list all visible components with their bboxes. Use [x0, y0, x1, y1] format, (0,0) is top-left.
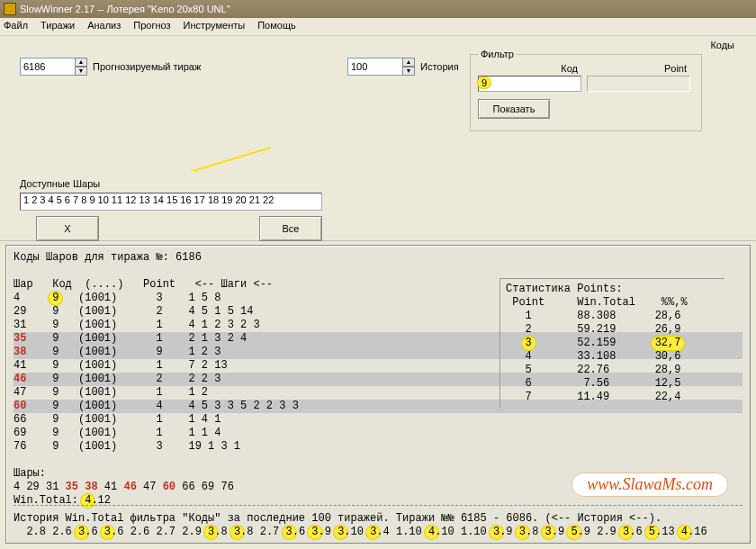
history-input[interactable]: 100	[347, 58, 403, 76]
website-badge: www.SlawaMs.com	[572, 472, 728, 497]
history-spinner[interactable]: ▲▼	[402, 58, 415, 76]
stats-title: Статистика Points:	[506, 283, 719, 296]
stats-row: 4 33.108 30,6	[506, 350, 719, 364]
available-balls-label: Доступные Шары	[20, 178, 100, 189]
table-row: 66 9 (1001) 1 1 4 1	[14, 413, 742, 427]
show-button[interactable]: Показать	[478, 99, 550, 119]
filter-point-label: Point	[587, 63, 690, 74]
stats-row: 1 88.308 28,6	[506, 310, 719, 323]
menubar: Файл Тиражи Анализ Прогноз Инструменты П…	[0, 18, 756, 36]
history-values: 2.8 2.6 3.6 3.6 2.6 2.7 2.9 3.8 3.8 2.7 …	[14, 526, 707, 539]
predicted-draw-label: Прогнозируемый тираж	[93, 61, 201, 72]
clear-button[interactable]: X	[36, 216, 99, 241]
menu-file[interactable]: Файл	[4, 20, 28, 33]
annotation-arrow	[0, 36, 270, 171]
divider	[14, 505, 742, 506]
stats-row: 2 59.219 26,9	[506, 323, 719, 337]
report-header: Коды Шаров для тиража №: 6186	[14, 251, 742, 265]
table-row: 76 9 (1001) 3 19 1 3 1	[14, 440, 742, 454]
filter-kod-input[interactable]: 9	[478, 76, 581, 92]
window-title: SlowWinner 2.17 -- Лотерея "Keno 20x80 U…	[20, 0, 230, 18]
menu-forecast[interactable]: Прогноз	[133, 20, 170, 33]
filter-point-input[interactable]	[587, 76, 690, 92]
stats-row: 6 7.56 12,5	[506, 377, 719, 391]
menu-draws[interactable]: Тиражи	[40, 20, 75, 33]
table-row: 69 9 (1001) 1 1 1 4	[14, 427, 742, 440]
all-button[interactable]: Все	[259, 216, 322, 241]
filter-kod-label: Код	[478, 63, 581, 74]
app-icon	[4, 3, 16, 15]
available-balls-input[interactable]: 1 2 3 4 5 6 7 8 9 10 11 12 13 14 15 16 1…	[20, 193, 322, 211]
stats-cols: Point Win.Total %%,%	[506, 296, 719, 310]
predicted-draw-spinner[interactable]: ▲▼	[75, 58, 87, 76]
stats-row: 7 11.49 22,4	[506, 391, 719, 404]
menu-analysis[interactable]: Анализ	[87, 20, 121, 33]
history-header: История Win.Total фильтра "Коды" за посл…	[14, 512, 662, 526]
report-panel: Коды Шаров для тиража №: 6186 Шар Код (.…	[5, 245, 751, 544]
stats-box: Статистика Points: Point Win.Total %%,% …	[500, 278, 724, 408]
history-label: История	[420, 61, 459, 72]
codes-label: Коды	[710, 40, 734, 50]
menu-help[interactable]: Помощь	[257, 20, 296, 33]
stats-row: 3 52.159 32,7	[506, 337, 719, 350]
svg-line-0	[85, 86, 270, 171]
filter-legend: Фильтр	[478, 49, 517, 59]
predicted-draw-input[interactable]: 6186	[20, 58, 76, 76]
stats-row: 5 22.76 28,9	[506, 364, 719, 377]
menu-tools[interactable]: Инструменты	[184, 20, 246, 33]
top-panel: Коды 6186 ▲▼ Прогнозируемый тираж 100 ▲▼…	[0, 36, 756, 241]
window-titlebar: SlowWinner 2.17 -- Лотерея "Keno 20x80 U…	[0, 0, 756, 18]
filter-group: Фильтр Код 9 Point Показать	[470, 49, 702, 131]
